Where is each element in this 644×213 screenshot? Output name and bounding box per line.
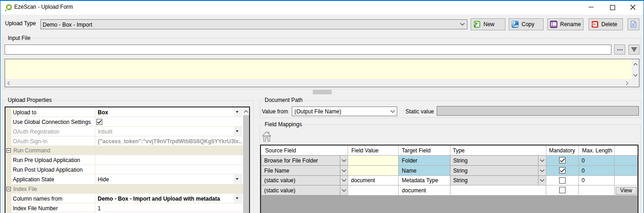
- svg-text:2: 2: [516, 25, 518, 27]
